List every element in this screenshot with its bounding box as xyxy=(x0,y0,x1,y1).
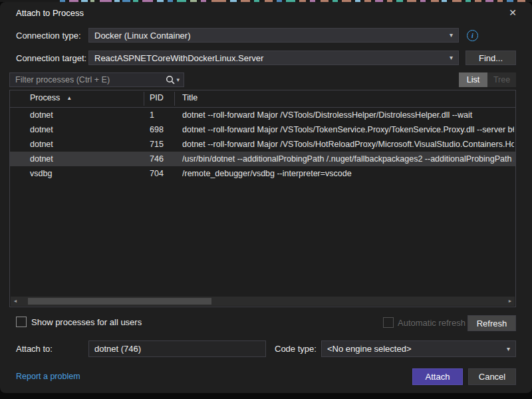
attach-to-input[interactable] xyxy=(89,344,265,354)
attach-to-field-wrap xyxy=(88,340,266,357)
chevron-down-icon: ▾ xyxy=(503,346,510,352)
table-row[interactable]: vsdbg 704 /remote_debugger/vsdbg --inter… xyxy=(10,166,515,181)
info-icon[interactable]: i xyxy=(467,30,478,41)
chevron-down-icon: ▾ xyxy=(446,55,453,61)
attach-to-label: Attach to: xyxy=(16,344,53,354)
table-row[interactable]: dotnet 715 dotnet --roll-forward Major /… xyxy=(10,137,515,152)
connection-type-label: Connection type: xyxy=(16,31,81,41)
sort-ascending-icon: ▲ xyxy=(66,95,72,101)
cell-title: dotnet --roll-forward Major /VSTools/Tok… xyxy=(182,122,514,137)
scroll-right-icon[interactable]: ► xyxy=(505,297,515,306)
filter-processes-input[interactable] xyxy=(10,75,163,84)
automatic-refresh-checkbox xyxy=(383,317,394,328)
cell-pid: 1 xyxy=(150,108,154,122)
scrollbar-thumb[interactable] xyxy=(28,298,211,305)
list-view-button[interactable]: List xyxy=(459,72,487,87)
connection-target-value: ReactASPNETCoreWithDockerLinux.Server xyxy=(94,53,263,63)
table-row[interactable]: dotnet 698 dotnet --roll-forward Major /… xyxy=(10,122,515,137)
cell-title: /remote_debugger/vsdbg --interpreter=vsc… xyxy=(182,166,514,181)
process-table-header: Process▲ PID Title xyxy=(10,90,515,108)
cell-pid: 698 xyxy=(150,122,164,137)
automatic-refresh-label: Automatic refresh xyxy=(398,318,466,328)
attach-button[interactable]: Attach xyxy=(412,368,463,385)
horizontal-scrollbar[interactable]: ◄ ► xyxy=(11,297,515,306)
screen: Attach to Process ✕ Connection type: Doc… xyxy=(0,0,532,399)
cell-pid: 746 xyxy=(150,152,164,166)
cell-process: dotnet xyxy=(30,108,53,122)
code-type-label: Code type: xyxy=(275,344,317,354)
column-divider[interactable] xyxy=(144,92,144,106)
table-row[interactable]: dotnet 1 dotnet --roll-forward Major /VS… xyxy=(10,108,515,122)
attach-to-process-dialog: Attach to Process ✕ Connection type: Doc… xyxy=(0,2,532,393)
show-all-users-label[interactable]: Show processes for all users xyxy=(31,317,142,327)
code-type-value: <No engine selected> xyxy=(327,344,411,354)
show-all-users-checkbox[interactable] xyxy=(16,317,27,327)
report-a-problem-link[interactable]: Report a problem xyxy=(16,372,80,381)
cell-title: dotnet --roll-forward Major /VSTools/Dis… xyxy=(182,108,514,122)
cancel-button[interactable]: Cancel xyxy=(468,368,516,385)
tree-view-button: Tree xyxy=(487,72,516,87)
column-header-pid[interactable]: PID xyxy=(150,93,164,102)
connection-type-value: Docker (Linux Container) xyxy=(94,31,191,41)
scroll-left-icon[interactable]: ◄ xyxy=(11,297,20,306)
process-table: Process▲ PID Title dotnet 1 dotnet --rol… xyxy=(9,90,516,307)
close-icon[interactable]: ✕ xyxy=(505,6,520,19)
cell-process: dotnet xyxy=(30,122,53,137)
column-header-process[interactable]: Process▲ xyxy=(30,93,72,102)
refresh-button[interactable]: Refresh xyxy=(467,315,516,331)
cell-process: vsdbg xyxy=(30,166,52,181)
connection-target-dropdown[interactable]: ReactASPNETCoreWithDockerLinux.Server ▾ xyxy=(88,51,459,65)
chevron-down-icon[interactable]: ▾ xyxy=(176,76,184,83)
filter-processes-box: ▾ xyxy=(9,72,184,87)
column-divider[interactable] xyxy=(174,92,175,106)
column-header-title[interactable]: Title xyxy=(182,93,198,102)
cell-title: /usr/bin/dotnet --additionalProbingPath … xyxy=(182,152,514,166)
cell-title: dotnet --roll-forward Major /VSTools/Hot… xyxy=(182,137,514,152)
connection-type-dropdown[interactable]: Docker (Linux Container) ▾ xyxy=(88,28,459,43)
code-type-dropdown[interactable]: <No engine selected> ▾ xyxy=(321,340,516,357)
cell-pid: 704 xyxy=(150,166,164,181)
cell-process: dotnet xyxy=(30,137,53,152)
cell-process: dotnet xyxy=(30,152,53,166)
search-icon[interactable] xyxy=(163,75,176,84)
dialog-title: Attach to Process xyxy=(16,8,84,18)
connection-target-label: Connection target: xyxy=(16,53,86,63)
cell-pid: 715 xyxy=(150,137,164,152)
find-button[interactable]: Find... xyxy=(466,51,516,65)
chevron-down-icon: ▾ xyxy=(446,32,453,39)
process-rows: dotnet 1 dotnet --roll-forward Major /VS… xyxy=(10,108,515,181)
table-row[interactable]: dotnet 746 /usr/bin/dotnet --additionalP… xyxy=(10,152,515,166)
